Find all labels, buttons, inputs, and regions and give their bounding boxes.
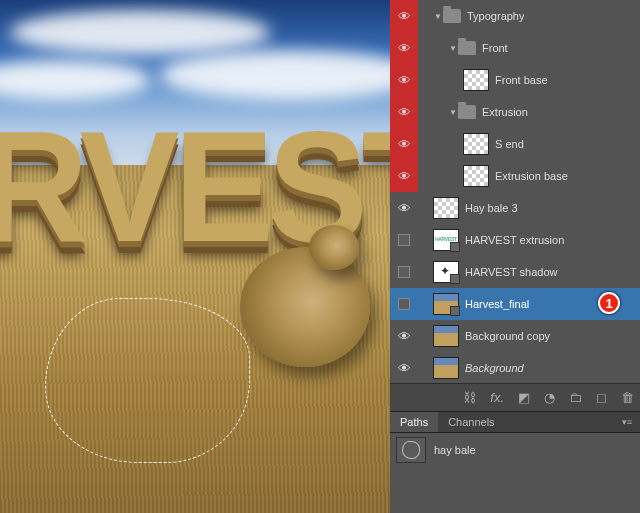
annotation-callout-1: 1 (598, 292, 620, 314)
layer-label: Background (465, 362, 524, 374)
visibility-eye-icon[interactable]: 👁 (398, 329, 411, 344)
layer-thumbnail (433, 357, 459, 379)
visibility-eye-icon[interactable]: 👁 (398, 105, 411, 120)
cloud (160, 50, 390, 100)
hay-bale (240, 247, 370, 367)
visibility-eye-icon[interactable]: 👁 (398, 41, 411, 56)
layer-hay-bale-3[interactable]: 👁 Hay bale 3 (390, 192, 640, 224)
visibility-eye-icon[interactable]: 👁 (398, 73, 411, 88)
layer-thumbnail (433, 293, 459, 315)
layer-label: Front (482, 42, 508, 54)
layer-label: S end (495, 138, 524, 150)
layers-panel: 👁 ▼ Typography 👁 ▼ Front 👁 Front base 👁 … (390, 0, 640, 513)
document-canvas[interactable]: RVEST (0, 0, 390, 513)
layer-label: Hay bale 3 (465, 202, 518, 214)
layer-label: HARVEST shadow (465, 266, 558, 278)
layer-extrusion-base[interactable]: 👁 Extrusion base (390, 160, 640, 192)
layer-label: Typography (467, 10, 524, 22)
layer-group-typography[interactable]: 👁 ▼ Typography (390, 0, 640, 32)
panel-menu-icon[interactable]: ▾≡ (614, 417, 640, 427)
cloud (0, 60, 150, 100)
path-item-hay-bale[interactable]: hay bale (390, 433, 640, 467)
new-group-icon[interactable]: 🗀 (569, 390, 582, 405)
folder-icon (443, 9, 461, 23)
layer-group-front[interactable]: 👁 ▼ Front (390, 32, 640, 64)
tab-paths[interactable]: Paths (390, 412, 438, 432)
adjustment-layer-icon[interactable]: ◔ (544, 390, 555, 405)
layer-harvest-final[interactable]: Harvest_final 1 (390, 288, 640, 320)
chevron-down-icon[interactable]: ▼ (448, 108, 458, 117)
layer-group-extrusion[interactable]: 👁 ▼ Extrusion (390, 96, 640, 128)
layer-label: HARVEST extrusion (465, 234, 564, 246)
path-label: hay bale (434, 444, 476, 456)
layer-thumbnail (463, 69, 489, 91)
marching-ants-selection (45, 298, 250, 463)
layer-label: Extrusion (482, 106, 528, 118)
paths-list[interactable]: hay bale (390, 433, 640, 513)
delete-layer-icon[interactable]: 🗑 (621, 390, 634, 405)
chevron-down-icon[interactable]: ▼ (448, 44, 458, 53)
visibility-eye-icon[interactable]: 👁 (398, 137, 411, 152)
new-layer-icon[interactable]: ◻ (596, 390, 607, 405)
layer-thumbnail (463, 165, 489, 187)
visibility-off-icon[interactable] (398, 266, 410, 278)
link-layers-icon[interactable]: ⛓ (463, 390, 476, 405)
layer-harvest-extrusion[interactable]: HARVEST extrusion (390, 224, 640, 256)
layer-thumbnail (433, 229, 459, 251)
layers-footer: ⛓ fx. ◩ ◔ 🗀 ◻ 🗑 (390, 383, 640, 411)
paths-panel-tabs: Paths Channels ▾≡ (390, 411, 640, 433)
layer-thumbnail (463, 133, 489, 155)
tab-channels[interactable]: Channels (438, 412, 504, 432)
visibility-eye-icon[interactable]: 👁 (398, 169, 411, 184)
visibility-off-icon[interactable] (398, 298, 410, 310)
layer-label: Harvest_final (465, 298, 529, 310)
layer-background-copy[interactable]: 👁 Background copy (390, 320, 640, 352)
folder-icon (458, 41, 476, 55)
3d-badge-icon (450, 306, 460, 316)
layer-label: Background copy (465, 330, 550, 342)
folder-icon (458, 105, 476, 119)
visibility-eye-icon[interactable]: 👁 (398, 201, 411, 216)
layer-background[interactable]: 👁 Background (390, 352, 640, 383)
chevron-down-icon[interactable]: ▼ (433, 12, 443, 21)
layer-list[interactable]: 👁 ▼ Typography 👁 ▼ Front 👁 Front base 👁 … (390, 0, 640, 383)
layer-s-end[interactable]: 👁 S end (390, 128, 640, 160)
layer-harvest-shadow[interactable]: HARVEST shadow (390, 256, 640, 288)
3d-badge-icon (450, 274, 460, 284)
layer-fx-icon[interactable]: fx. (490, 390, 504, 405)
layer-thumbnail (433, 261, 459, 283)
visibility-eye-icon[interactable]: 👁 (398, 361, 411, 376)
layer-thumbnail (433, 325, 459, 347)
layer-thumbnail (433, 197, 459, 219)
visibility-eye-icon[interactable]: 👁 (398, 9, 411, 24)
layer-label: Extrusion base (495, 170, 568, 182)
3d-badge-icon (450, 242, 460, 252)
path-thumbnail (396, 437, 426, 463)
hay-bale (309, 225, 359, 270)
cloud (10, 10, 270, 55)
visibility-off-icon[interactable] (398, 234, 410, 246)
add-mask-icon[interactable]: ◩ (518, 390, 530, 405)
layer-label: Front base (495, 74, 548, 86)
layer-front-base[interactable]: 👁 Front base (390, 64, 640, 96)
